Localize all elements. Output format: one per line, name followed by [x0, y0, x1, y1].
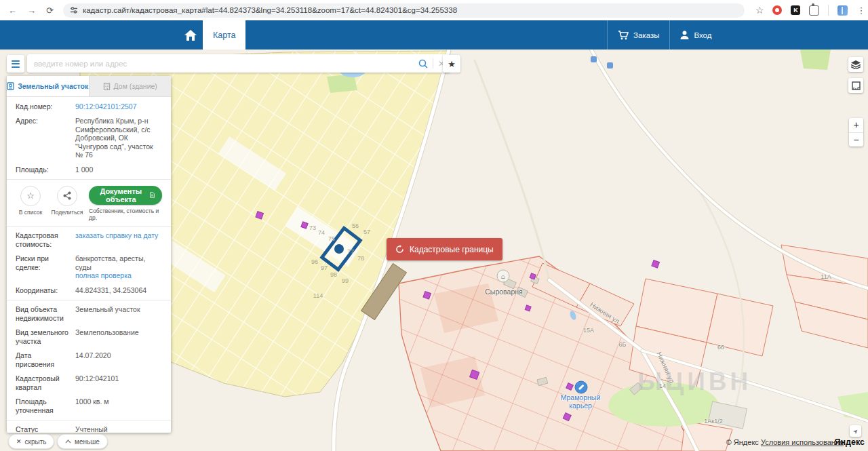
field-text: 1000 кв. м [75, 397, 162, 406]
profile-avatar-icon[interactable] [837, 5, 848, 16]
hide-label: скрыть [25, 438, 47, 446]
map-attribution: © Яндекс Условия использования [726, 438, 844, 446]
field-label: Статус [16, 425, 71, 433]
share-button[interactable] [57, 186, 77, 206]
locate-button[interactable]: ➤ [850, 425, 861, 437]
browser-forward-icon[interactable]: → [27, 5, 36, 16]
tab-building[interactable]: Дом (здание) [89, 76, 172, 96]
section-divider [7, 300, 171, 300]
panel-tabs: Земельный участок Дом (здание) [7, 76, 171, 97]
browser-back-icon[interactable]: ← [8, 5, 17, 16]
extension-red-icon[interactable] [772, 5, 782, 15]
field-value: 44.824331, 34.253064 [75, 286, 162, 295]
field-value: 1000 кв. м [75, 397, 162, 414]
favorites-button[interactable]: ★ [443, 55, 460, 73]
field-link[interactable]: полная проверка [75, 271, 162, 280]
orders-label: Заказы [633, 31, 659, 39]
field-label: Кадастровый квартал [16, 374, 71, 391]
field-value: 90:12:042101 [75, 374, 162, 391]
info-row: Вид земельного участкаЗемлепользование [16, 326, 162, 349]
info-row: Адрес:Республика Крым, р-н Симферопольск… [16, 114, 162, 163]
document-icon [150, 191, 155, 199]
measure-button[interactable] [848, 78, 863, 93]
field-label: Кад.номер: [16, 102, 71, 111]
extensions-puzzle-icon[interactable] [809, 5, 819, 16]
bookmark-star-icon[interactable]: ☆ [755, 5, 764, 16]
land-parcel-icon [7, 82, 14, 90]
menu-button[interactable] [7, 55, 24, 73]
field-label: Кадастровая стоимость: [16, 231, 71, 248]
field-value: Землепользование [75, 328, 162, 345]
field-label: Риски при сделке: [16, 254, 71, 280]
layers-button[interactable] [848, 57, 863, 72]
url-bar[interactable]: кадастр.сайт/кадастровая_карта#lat=44.82… [63, 3, 745, 18]
section-details: Вид объекта недвижимостиЗемельный участо… [16, 302, 162, 418]
search-icon[interactable] [418, 59, 428, 68]
field-value: заказать справку на дату [75, 231, 162, 248]
tab-map[interactable]: Карта [203, 20, 245, 50]
info-row: Кадастровый квартал90:12:042101 [16, 372, 162, 395]
user-icon [680, 31, 689, 40]
selected-parcel-marker [334, 244, 344, 254]
layers-icon [851, 60, 861, 69]
zoom-control: + − [849, 118, 863, 146]
add-to-list-button[interactable]: ☆ [20, 186, 41, 206]
browser-menu-icon[interactable]: ⋮ [856, 5, 865, 16]
zoom-in-button[interactable]: + [849, 118, 863, 133]
section-cost: Кадастровая стоимость:заказать справку н… [16, 229, 162, 298]
copyright-text: © Яндекс [726, 438, 759, 446]
hide-panel-button[interactable]: ✕ скрыть [8, 434, 54, 449]
login-button[interactable]: Вход [669, 20, 722, 50]
tab-land-parcel-label: Земельный участок [18, 82, 88, 90]
collapse-panel-button[interactable]: меньше [57, 434, 108, 449]
refresh-borders-icon [395, 245, 404, 254]
field-label: Вид земельного участка [16, 328, 71, 345]
factory-poi-icon[interactable]: ⌂ [497, 270, 510, 283]
field-text: Учтенный [75, 425, 162, 433]
terms-link[interactable]: Условия использования [761, 438, 844, 446]
field-value: Республика Крым, р-н Симферопольский, с/… [75, 117, 162, 159]
building-icon [103, 83, 111, 90]
cadastral-borders-button[interactable]: Кадастровые границы [387, 238, 502, 260]
tab-building-label: Дом (здание) [114, 82, 157, 90]
field-text: Республика Крым, р-н Симферопольский, с/… [75, 117, 162, 159]
add-to-list-label: В список [19, 209, 42, 216]
field-link[interactable]: заказать справку на дату [75, 231, 162, 240]
object-documents-caption: Собственник, стоимость и др. [89, 208, 162, 221]
info-row: Площадь:1 000 [16, 162, 162, 177]
zoom-out-button[interactable]: − [849, 133, 863, 147]
browser-reload-icon[interactable]: ⟳ [46, 5, 54, 16]
field-text: 14.07.2020 [75, 351, 162, 360]
login-label: Вход [694, 31, 711, 39]
search-box: ✕ [27, 54, 450, 73]
field-text: Землепользование [75, 328, 162, 337]
object-documents-button[interactable]: Документы объекта [89, 186, 162, 205]
ruler-icon [852, 81, 861, 90]
object-documents-label: Документы объекта [96, 187, 146, 203]
field-label: Площадь: [16, 165, 71, 174]
home-button[interactable] [178, 20, 203, 50]
extension-k-icon[interactable]: K [791, 5, 800, 15]
quarry-poi-icon[interactable] [575, 381, 588, 394]
field-label: Адрес: [16, 117, 71, 159]
field-link[interactable]: 90:12:042101:2507 [75, 102, 162, 111]
field-value: Учтенный [75, 425, 162, 433]
app-root: ← → ⟳ кадастр.сайт/кадастровая_карта#lat… [0, 0, 868, 451]
field-text: 44.824331, 34.253064 [75, 286, 162, 295]
section-main: Кад.номер:90:12:042101:2507Адрес:Республ… [16, 99, 162, 177]
tab-land-parcel[interactable]: Земельный участок [7, 76, 89, 96]
less-label: меньше [75, 438, 100, 446]
field-value: 90:12:042101:2507 [75, 102, 162, 111]
map-watermark: ЫЦИВН [637, 368, 751, 396]
orders-button[interactable]: Заказы [607, 20, 669, 50]
share-icon [63, 191, 71, 200]
search-input[interactable] [33, 59, 418, 68]
field-text: банкротства, аресты, суды [75, 254, 162, 271]
close-icon: ✕ [16, 438, 22, 445]
info-row: СтатусУчтенный [16, 423, 162, 433]
section-status: СтатусУчтенныйКатегория земельЗемли сель… [16, 423, 162, 433]
field-label: Координаты: [16, 286, 71, 295]
field-value: Земельный участок [75, 305, 162, 322]
section-divider [7, 420, 171, 420]
site-settings-icon[interactable] [70, 6, 78, 14]
